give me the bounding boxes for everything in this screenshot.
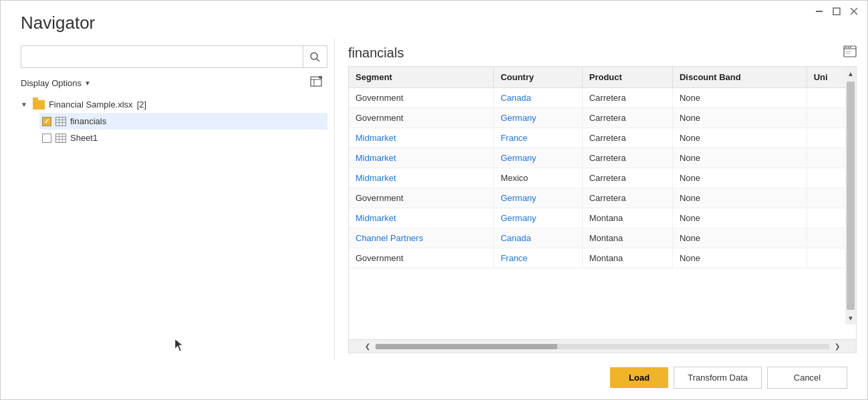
display-options-row: Display Options ▼ + <box>21 75 327 91</box>
cell-discount-band: None <box>672 228 807 248</box>
tree-folder-item[interactable]: ▼ Financial Sample.xlsx [2] <box>21 96 327 113</box>
checkbox-checked-icon[interactable] <box>42 117 51 126</box>
maximize-button[interactable] <box>831 5 843 17</box>
cell-segment: Midmarket <box>349 168 494 188</box>
cell-segment: Government <box>349 88 494 108</box>
folder-name: Financial Sample.xlsx <box>49 99 133 110</box>
cell-discount-band: None <box>672 148 807 168</box>
vertical-scrollbar[interactable]: ▲ ▼ <box>845 67 856 325</box>
cell-product: Montana <box>582 248 672 268</box>
tree-item-label-sheet1: Sheet1 <box>70 133 98 143</box>
scroll-left-button[interactable]: ❮ <box>362 341 373 352</box>
search-icon <box>310 52 320 62</box>
cell-product: Carretera <box>582 108 672 128</box>
cell-country: Germany <box>494 188 583 208</box>
cell-product: Carretera <box>582 188 672 208</box>
search-button[interactable] <box>303 46 327 67</box>
cell-country: Canada <box>494 228 583 248</box>
table-row: GovernmentGermanyCarreteraNone <box>349 108 856 128</box>
cell-product: Carretera <box>582 168 672 188</box>
horizontal-scrollbar[interactable]: ❮ ❯ <box>349 339 856 353</box>
cell-segment: Government <box>349 188 494 208</box>
minimize-button[interactable] <box>813 5 825 17</box>
dialog-body: Display Options ▼ + ▼ <box>1 39 867 360</box>
table-row: GovernmentFranceMontanaNone <box>349 248 856 268</box>
cell-discount-band: None <box>672 188 807 208</box>
svg-rect-11 <box>56 117 66 126</box>
cell-country: Mexico <box>494 168 583 188</box>
file-tree: ▼ Financial Sample.xlsx [2] <box>21 96 327 353</box>
folder-icon <box>33 100 45 110</box>
preview-header: financials <box>348 45 857 61</box>
table-row: MidmarketGermanyCarreteraNone <box>349 148 856 168</box>
display-options-button[interactable]: Display Options ▼ <box>21 78 91 88</box>
table-header-row: Segment Country Product Discount Band Un… <box>349 67 856 88</box>
scroll-up-button[interactable]: ▲ <box>845 67 856 80</box>
tree-item-financials[interactable]: financials <box>39 113 327 130</box>
cancel-button[interactable]: Cancel <box>767 367 847 389</box>
cell-segment: Midmarket <box>349 148 494 168</box>
cell-product: Montana <box>582 208 672 228</box>
cell-discount-band: None <box>672 128 807 148</box>
data-table-container: Segment Country Product Discount Band Un… <box>348 66 857 353</box>
window-controls <box>813 5 860 17</box>
folder-count: [2] <box>137 99 146 110</box>
left-panel: Display Options ▼ + ▼ <box>1 39 335 360</box>
table-icon <box>55 117 66 126</box>
load-button[interactable]: Load <box>610 367 668 388</box>
tree-item-sheet1[interactable]: Sheet1 <box>39 130 327 146</box>
table-icon-sheet1 <box>55 134 66 143</box>
cell-discount-band: None <box>672 108 807 128</box>
table-row: GovernmentGermanyCarreteraNone <box>349 188 856 208</box>
cell-segment: Midmarket <box>349 208 494 228</box>
table-row: MidmarketMexicoCarreteraNone <box>349 168 856 188</box>
svg-rect-16 <box>56 134 66 142</box>
transform-data-button[interactable]: Transform Data <box>674 367 762 389</box>
preview-icon: + <box>310 76 322 87</box>
col-discount-band: Discount Band <box>672 67 807 88</box>
col-segment: Segment <box>349 67 494 88</box>
close-button[interactable] <box>848 5 860 17</box>
navigator-dialog: Navigator Display Options ▼ <box>0 0 868 400</box>
data-table: Segment Country Product Discount Band Un… <box>349 67 856 268</box>
dialog-title: Navigator <box>1 1 867 39</box>
table-row: MidmarketGermanyMontanaNone <box>349 208 856 228</box>
tree-item-label-financials: financials <box>70 116 106 126</box>
scroll-right-button[interactable]: ❯ <box>832 341 843 352</box>
cell-segment: Government <box>349 108 494 128</box>
svg-point-24 <box>848 47 849 48</box>
col-product: Product <box>582 67 672 88</box>
preview-title: financials <box>348 45 404 61</box>
cell-country: Canada <box>494 88 583 108</box>
svg-point-4 <box>311 53 317 59</box>
table-row: MidmarketFranceCarreteraNone <box>349 128 856 148</box>
web-preview-icon[interactable] <box>843 45 857 61</box>
cell-segment: Channel Partners <box>349 228 494 248</box>
display-options-label: Display Options <box>21 78 82 88</box>
cell-country: Germany <box>494 208 583 228</box>
cell-country: France <box>494 128 583 148</box>
collapse-arrow-icon: ▼ <box>21 101 27 108</box>
hscroll-thumb[interactable] <box>376 344 557 349</box>
preview-icon-button[interactable]: + <box>307 75 325 91</box>
cell-segment: Midmarket <box>349 128 494 148</box>
right-panel: financials <box>335 39 867 360</box>
cell-discount-band: None <box>672 88 807 108</box>
cell-product: Carretera <box>582 128 672 148</box>
search-input[interactable] <box>21 46 303 67</box>
svg-rect-1 <box>833 8 840 15</box>
scroll-down-button[interactable]: ▼ <box>845 311 856 325</box>
svg-point-23 <box>845 47 847 48</box>
cell-product: Carretera <box>582 88 672 108</box>
tree-children: financials <box>21 113 327 146</box>
cell-discount-band: None <box>672 248 807 268</box>
chevron-down-icon: ▼ <box>84 79 91 87</box>
table-row: GovernmentCanadaCarreteraNone <box>349 88 856 108</box>
svg-point-25 <box>850 47 851 48</box>
table-scroll-area[interactable]: Segment Country Product Discount Band Un… <box>349 67 856 339</box>
cell-discount-band: None <box>672 168 807 188</box>
cell-country: Germany <box>494 108 583 128</box>
svg-line-5 <box>317 59 319 61</box>
checkbox-unchecked-icon[interactable] <box>42 134 51 143</box>
scroll-thumb[interactable] <box>847 81 855 310</box>
